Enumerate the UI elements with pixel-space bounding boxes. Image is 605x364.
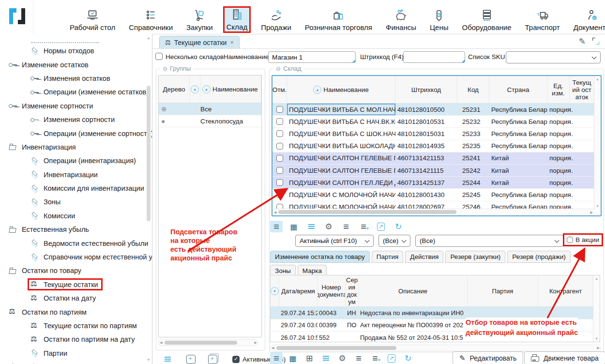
- filter-select-3[interactable]: (Все): [415, 235, 563, 247]
- actives-checkbox[interactable]: [232, 356, 240, 363]
- column-header-name[interactable]: ▲Наименование: [287, 76, 395, 103]
- scroll-right-icon[interactable]: [255, 341, 257, 345]
- tab-current-stock[interactable]: ⚖ Текущие остатки ×: [159, 36, 240, 48]
- detail-tab-3[interactable]: Резерв (закупки): [445, 251, 505, 263]
- column-header-barcode[interactable]: Штрихкод: [395, 76, 457, 103]
- sidebar-item-11[interactable]: Зоны: [0, 195, 152, 209]
- sidebar-item-19[interactable]: Остатки по партиям: [0, 305, 152, 318]
- sidebar-item-9[interactable]: Инвентаризации: [0, 168, 152, 182]
- table-view-icon[interactable]: [287, 221, 300, 232]
- groups-hscrollbar[interactable]: [158, 339, 258, 346]
- scrollbar-thumb[interactable]: [278, 210, 456, 214]
- scroll-up-icon[interactable]: [596, 77, 599, 81]
- sidebar-item-13[interactable]: Естественная убыль: [0, 223, 152, 236]
- sidebar-item-10[interactable]: Комиссии для инвентаризации: [0, 182, 152, 195]
- row-checkbox[interactable]: [276, 167, 283, 174]
- sidebar-item-21[interactable]: Остатки по партиям на дату: [0, 333, 152, 346]
- sidebar-item-23[interactable]: Себестоимость: [0, 360, 152, 364]
- sidebar-item-6[interactable]: Операции (изменение сортности): [0, 126, 152, 140]
- warehouse-row[interactable]: ПОДУШЕЧКИ ВИТЬБА С МОЛ.НАЧ. 481012801050…: [272, 104, 601, 116]
- add-list-icon[interactable]: [369, 352, 381, 364]
- sort-asc-icon[interactable]: ▲: [202, 85, 211, 93]
- edit-button[interactable]: Редактировать: [453, 351, 523, 364]
- scroll-left-icon[interactable]: [272, 346, 274, 350]
- nav-equipment[interactable]: Оборудование: [459, 7, 514, 33]
- sidebar-item-20[interactable]: Текущие остатки по партиям: [0, 319, 152, 333]
- warehouse-vscrollbar[interactable]: [594, 76, 601, 209]
- column-header-name[interactable]: ▲Наименование: [200, 76, 261, 103]
- warehouse-row[interactable]: ПОДУШЕЧКИ С МОЛОЧНОЙ НАЧИ 4810128001430 …: [272, 189, 601, 201]
- open-external-icon[interactable]: [385, 352, 398, 364]
- scroll-up-icon[interactable]: [595, 277, 598, 280]
- sidebar-item-7[interactable]: Инвентаризация: [0, 140, 152, 154]
- scrollbar-thumb[interactable]: [276, 346, 396, 350]
- warehouse-row[interactable]: ПОДУШЕЧКИ ВИТЬБА С НАЧ.ВК.КОН 4810128010…: [272, 116, 601, 128]
- refresh-icon[interactable]: [392, 221, 405, 232]
- nav-sales[interactable]: Продажи: [258, 7, 294, 33]
- warehouse-row[interactable]: ПОДУШЕЧКИ САЛТОН ГЕЛ.ЛЕДИ Д/ 46071314251…: [272, 177, 601, 189]
- numbered-list-icon[interactable]: [340, 221, 352, 232]
- group-row[interactable]: ● Стеклопосуда: [159, 115, 261, 127]
- sidebar-item-12[interactable]: Комиссии: [0, 209, 152, 223]
- column-sort[interactable]: ▼: [271, 275, 279, 306]
- warehouse-row[interactable]: ПОДУШЕЧКИ САЛТОН ГЕЛЕВЫЕ ПО 460713142115…: [272, 152, 601, 165]
- nav-prices[interactable]: $ Цены: [427, 7, 452, 33]
- refresh-icon[interactable]: [402, 352, 414, 364]
- tab-close-icon[interactable]: ×: [230, 39, 234, 46]
- nav-desktop[interactable]: Рабочий стол: [67, 7, 118, 33]
- sidebar-item-14[interactable]: Ведомости естественной убыли: [0, 236, 152, 250]
- scroll-up-icon[interactable]: [147, 36, 151, 40]
- sidebar-item-8[interactable]: Операции (инвентаризация): [0, 154, 152, 167]
- calendar-view-icon[interactable]: [303, 352, 316, 364]
- row-checkbox[interactable]: [276, 179, 283, 186]
- sidebar-item-2[interactable]: Изменения остатков: [0, 72, 152, 85]
- row-checkbox[interactable]: [276, 191, 283, 198]
- goods-movement-button[interactable]: Движение товара: [524, 351, 605, 364]
- add-group-icon[interactable]: [186, 355, 196, 364]
- status-select[interactable]: Активный (ctrl F10): [295, 235, 374, 247]
- movements-vscrollbar[interactable]: [593, 275, 600, 342]
- settings-gear-icon[interactable]: [336, 352, 348, 364]
- scroll-left-icon[interactable]: [160, 341, 162, 345]
- table-view-icon[interactable]: [287, 352, 299, 364]
- filter-icon[interactable]: [305, 221, 318, 232]
- nav-transport[interactable]: Транспорт: [522, 7, 563, 33]
- row-checkbox[interactable]: [276, 155, 283, 162]
- warehouse-row[interactable]: ПОДУШЕЧКИ ВИТЬБА С ШОК.НАЧ. 481012801503…: [272, 128, 601, 140]
- sidebar-item-5[interactable]: Изменения сортности: [0, 113, 152, 126]
- sidebar-scrollbar[interactable]: [146, 35, 151, 363]
- scroll-down-icon[interactable]: [147, 358, 151, 362]
- column-header-tree[interactable]: Дерево: [159, 76, 190, 103]
- column-header-mark[interactable]: Отм.: [272, 76, 287, 103]
- filter-icon[interactable]: [161, 353, 174, 364]
- column-header-description[interactable]: Описание: [359, 275, 468, 306]
- column-sort[interactable]: ▲: [190, 76, 200, 103]
- warehouse-row[interactable]: ПОДУШЕЧКИ САЛТОН ГЕЛЕВЫЕ ПО 460713142111…: [272, 165, 601, 177]
- promo-checkbox[interactable]: [567, 237, 573, 243]
- row-checkbox[interactable]: [276, 143, 283, 150]
- barcode-filter-input[interactable]: [403, 51, 465, 63]
- collapse-icon[interactable]: ⊖: [163, 65, 167, 72]
- row-checkbox[interactable]: [276, 118, 283, 125]
- scroll-down-icon[interactable]: [596, 204, 599, 208]
- scroll-right-icon[interactable]: [590, 211, 593, 214]
- nav-retail[interactable]: Розничная торговля: [302, 7, 375, 33]
- nav-documents[interactable]: Документы: [571, 7, 605, 33]
- column-header-series[interactable]: Серия докум: [346, 275, 359, 306]
- column-header-number[interactable]: Номер документа: [318, 275, 346, 306]
- nav-catalogs[interactable]: Справочники: [126, 7, 176, 33]
- tree-node-icon[interactable]: ⊕: [159, 105, 190, 113]
- sidebar-item-15[interactable]: Справочник норм естественной убыли: [0, 250, 152, 264]
- sidebar-item-18[interactable]: Остатки на дату: [0, 291, 152, 305]
- column-header-code[interactable]: Код: [457, 76, 489, 103]
- detail-tab-0[interactable]: Изменение остатка по товару: [270, 251, 370, 263]
- add-subgroup-icon[interactable]: [208, 355, 217, 364]
- sidebar-item-4[interactable]: Изменение сортности: [0, 99, 152, 113]
- column-header-datetime[interactable]: Дата/время: [279, 275, 318, 306]
- column-header-contractor[interactable]: Контрагент: [538, 275, 593, 306]
- list-view-icon[interactable]: [270, 352, 283, 364]
- name-filter-input[interactable]: [268, 51, 356, 63]
- column-header-unit[interactable]: Ед. изм.: [547, 76, 570, 103]
- multi-warehouse-checkbox[interactable]: [155, 53, 163, 60]
- nav-warehouse[interactable]: Склад: [223, 6, 251, 33]
